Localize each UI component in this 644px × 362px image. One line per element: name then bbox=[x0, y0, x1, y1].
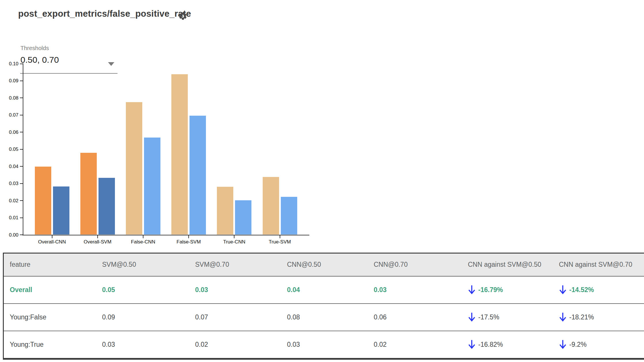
y-tick-label: 0.06 bbox=[3, 129, 18, 135]
delta-value: -14.52% bbox=[569, 286, 594, 294]
bar-True-CNN-threshold0.70[interactable] bbox=[235, 200, 251, 235]
delta-cell: -17.5% bbox=[462, 304, 553, 331]
x-tick-label: True-CNN bbox=[210, 239, 259, 245]
feature-cell: Overall bbox=[3, 276, 96, 304]
y-tick bbox=[20, 235, 23, 235]
x-tick-label: Overall-CNN bbox=[28, 239, 77, 245]
x-axis-line bbox=[22, 235, 309, 236]
y-tick bbox=[20, 166, 23, 167]
y-tick-label: 0.02 bbox=[3, 198, 18, 204]
down-arrow-icon bbox=[468, 340, 476, 349]
x-tick bbox=[52, 235, 52, 238]
x-tick-label: True-SVM bbox=[255, 239, 304, 245]
y-tick-label: 0.03 bbox=[3, 181, 18, 186]
down-arrow-icon bbox=[559, 285, 567, 295]
x-tick-label: Overall-SVM bbox=[73, 239, 122, 245]
x-tick bbox=[143, 235, 143, 238]
y-tick-label: 0.08 bbox=[3, 95, 18, 101]
delta-cell: -14.52% bbox=[553, 276, 644, 304]
delta-cell: -9.2% bbox=[553, 331, 644, 359]
value-cell: 0.02 bbox=[189, 331, 281, 359]
down-arrow-icon bbox=[468, 285, 476, 295]
bar-Overall-CNN-threshold0.50[interactable] bbox=[35, 167, 51, 235]
bar-True-CNN-threshold0.50[interactable] bbox=[217, 187, 233, 235]
y-tick-label: 0.10 bbox=[3, 61, 18, 67]
bar-Overall-SVM-threshold0.50[interactable] bbox=[80, 153, 97, 235]
down-arrow-icon bbox=[559, 340, 567, 349]
down-arrow-icon bbox=[559, 312, 567, 322]
value-cell: 0.02 bbox=[368, 331, 462, 359]
value-cell: 0.04 bbox=[281, 276, 368, 304]
table-row-young-false[interactable]: Young:False 0.09 0.07 0.08 0.06 -17.5% -… bbox=[3, 304, 644, 331]
delta-value: -16.82% bbox=[478, 341, 503, 348]
x-tick bbox=[97, 235, 98, 238]
col-header-svm-070: SVM@0.70 bbox=[189, 253, 281, 276]
y-tick bbox=[20, 98, 23, 98]
table-row-overall[interactable]: Overall 0.05 0.03 0.04 0.03 -16.79% -14.… bbox=[3, 276, 644, 304]
delta-cell: -16.79% bbox=[462, 276, 553, 304]
value-cell: 0.03 bbox=[281, 331, 368, 359]
x-tick bbox=[234, 235, 234, 238]
col-header-cnn-050: CNN@0.50 bbox=[281, 253, 368, 276]
col-header-svm-050: SVM@0.50 bbox=[96, 253, 189, 276]
y-tick bbox=[20, 149, 23, 150]
bar-False-SVM-threshold0.70[interactable] bbox=[190, 116, 206, 235]
x-tick-label: False-SVM bbox=[164, 239, 213, 245]
y-tick-label: 0.01 bbox=[3, 215, 18, 221]
bar-True-SVM-threshold0.50[interactable] bbox=[263, 177, 279, 235]
col-header-cnn-vs-svm-050: CNN against SVM@0.50 bbox=[462, 253, 553, 276]
metric-card: post_export_metrics/false_positive_rate … bbox=[0, 0, 644, 362]
delta-value: -9.2% bbox=[569, 341, 587, 348]
bar-Overall-CNN-threshold0.70[interactable] bbox=[53, 186, 69, 235]
value-cell: 0.06 bbox=[368, 304, 462, 331]
col-header-cnn-070: CNN@0.70 bbox=[368, 253, 462, 276]
y-tick-label: 0.07 bbox=[3, 112, 18, 118]
delta-cell: -18.21% bbox=[553, 304, 644, 331]
delta-value: -17.5% bbox=[478, 313, 499, 321]
delta-value: -16.79% bbox=[478, 286, 503, 294]
bar-True-SVM-threshold0.70[interactable] bbox=[281, 197, 297, 235]
value-cell: 0.09 bbox=[96, 304, 189, 331]
x-tick bbox=[188, 235, 189, 238]
y-tick bbox=[20, 200, 23, 201]
value-cell: 0.03 bbox=[96, 331, 189, 359]
table-header-row: feature SVM@0.50 SVM@0.70 CNN@0.50 CNN@0… bbox=[3, 253, 644, 276]
y-tick bbox=[20, 218, 23, 218]
col-header-cnn-vs-svm-070: CNN against SVM@0.70 bbox=[553, 253, 644, 276]
feature-cell: Young:False bbox=[3, 304, 96, 331]
value-cell: 0.08 bbox=[281, 304, 368, 331]
bar-False-CNN-threshold0.50[interactable] bbox=[126, 102, 142, 235]
value-cell: 0.05 bbox=[96, 276, 189, 304]
y-tick bbox=[20, 115, 23, 115]
y-tick bbox=[20, 132, 23, 132]
y-tick-label: 0.04 bbox=[3, 164, 18, 169]
bar-False-CNN-threshold0.70[interactable] bbox=[144, 138, 160, 235]
delta-value: -18.21% bbox=[569, 313, 594, 321]
bar-Overall-SVM-threshold0.70[interactable] bbox=[99, 178, 115, 235]
bar-False-SVM-threshold0.50[interactable] bbox=[171, 74, 188, 235]
x-tick bbox=[280, 235, 280, 238]
col-header-feature: feature bbox=[3, 253, 96, 276]
value-cell: 0.03 bbox=[368, 276, 462, 304]
value-cell: 0.07 bbox=[189, 304, 281, 331]
delta-cell: -16.82% bbox=[462, 331, 553, 359]
y-tick-label: 0.09 bbox=[3, 78, 18, 84]
false-positive-rate-bar-chart: 0.000.010.020.030.040.050.060.070.080.09… bbox=[0, 0, 644, 253]
y-tick-label: 0.05 bbox=[3, 146, 18, 152]
feature-cell: Young:True bbox=[3, 331, 96, 359]
y-tick-label: 0.00 bbox=[3, 232, 18, 238]
y-tick bbox=[20, 183, 23, 184]
y-tick bbox=[20, 64, 23, 64]
value-cell: 0.03 bbox=[189, 276, 281, 304]
y-tick bbox=[20, 81, 23, 81]
x-tick-label: False-CNN bbox=[119, 239, 168, 245]
table-row-young-true[interactable]: Young:True 0.03 0.02 0.03 0.02 -16.82% -… bbox=[3, 331, 644, 359]
down-arrow-icon bbox=[468, 312, 476, 322]
metrics-table: feature SVM@0.50 SVM@0.70 CNN@0.50 CNN@0… bbox=[3, 253, 644, 360]
